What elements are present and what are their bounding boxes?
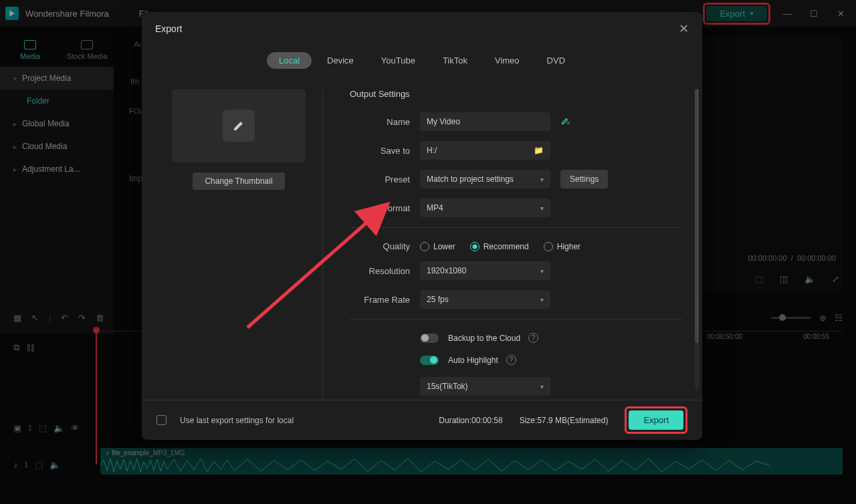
preset-select[interactable]: Match to project settings▾ <box>420 170 550 188</box>
quality-radio-group: Lower Recommend Higher <box>420 242 580 251</box>
autohighlight-label: Auto Highlight <box>448 356 498 365</box>
size-text: Size:57.9 MB(Estimated) <box>520 416 609 425</box>
radio-recommend[interactable]: Recommend <box>470 242 529 251</box>
tab-vimeo[interactable]: Vimeo <box>483 52 532 69</box>
row-quality: Quality Lower Recommend Higher <box>350 241 682 251</box>
radio-icon <box>470 242 479 251</box>
modal-body: Change Thumbnail Output Settings Name AI… <box>142 76 702 400</box>
label-name: Name <box>350 117 420 127</box>
radio-icon <box>420 242 429 251</box>
export-button[interactable]: Export <box>629 410 683 430</box>
label-framerate: Frame Rate <box>350 295 420 305</box>
label-preset: Preset <box>350 174 420 184</box>
saveto-field[interactable]: H:/📁 <box>420 141 550 160</box>
row-resolution: Resolution 1920x1080▾ <box>350 261 682 280</box>
row-preset: Preset Match to project settings▾ Settin… <box>350 170 682 188</box>
export-modal: Export ✕ Local Device YouTube TikTok Vim… <box>142 12 702 440</box>
settings-button[interactable]: Settings <box>560 170 608 188</box>
label-resolution: Resolution <box>350 266 420 276</box>
svg-text:AI: AI <box>567 121 570 125</box>
tab-local[interactable]: Local <box>267 52 312 69</box>
label-format: Format <box>350 203 420 213</box>
scrollbar[interactable] <box>695 89 699 390</box>
chevron-down-icon: ▾ <box>540 267 544 275</box>
thumbnail-preview[interactable] <box>172 89 306 162</box>
divider <box>350 227 682 228</box>
row-highlight-preset: 15s(TikTok)▾ <box>350 377 682 396</box>
ai-edit-icon[interactable]: AI <box>560 116 570 128</box>
format-select[interactable]: MP4▾ <box>420 199 550 217</box>
help-icon[interactable]: ? <box>506 355 516 365</box>
label-quality: Quality <box>350 241 420 251</box>
export-tabs: Local Device YouTube TikTok Vimeo DVD <box>142 45 702 76</box>
modal-title: Export <box>155 23 182 34</box>
backup-label: Backup to the Cloud <box>448 334 520 343</box>
resolution-select[interactable]: 1920x1080▾ <box>420 261 550 280</box>
pencil-icon <box>232 119 245 132</box>
use-last-label: Use last export settings for local <box>180 416 294 425</box>
row-autohighlight: Auto Highlight ? <box>350 355 682 365</box>
chevron-down-icon: ▾ <box>540 176 544 183</box>
folder-icon: 📁 <box>534 146 544 155</box>
tab-youtube[interactable]: YouTube <box>369 52 427 69</box>
highlight-preset-select[interactable]: 15s(TikTok)▾ <box>420 377 550 396</box>
row-saveto: Save to H:/📁 <box>350 141 682 160</box>
modal-footer: Use last export settings for local Durat… <box>142 400 702 440</box>
chevron-down-icon: ▾ <box>540 205 544 212</box>
row-backup: Backup to the Cloud ? <box>350 333 682 343</box>
thumbnail-placeholder <box>223 110 255 142</box>
row-name: Name AI <box>350 112 682 131</box>
modal-header: Export ✕ <box>142 12 702 45</box>
right-column: Output Settings Name AI Save to H:/📁 Pre… <box>322 89 682 400</box>
tab-device[interactable]: Device <box>315 52 366 69</box>
duration-text: Duration:00:00:58 <box>439 416 502 425</box>
change-thumbnail-button[interactable]: Change Thumbnail <box>193 172 284 190</box>
toggle-knob <box>421 334 429 342</box>
toggle-knob <box>430 356 437 364</box>
radio-lower[interactable]: Lower <box>420 242 455 251</box>
export-button-highlight: Export <box>625 406 687 434</box>
backup-toggle[interactable] <box>420 334 439 343</box>
radio-icon <box>544 242 553 251</box>
section-title: Output Settings <box>350 89 682 99</box>
scrollbar-thumb[interactable] <box>695 89 699 343</box>
radio-higher[interactable]: Higher <box>544 242 580 251</box>
chevron-down-icon: ▾ <box>540 296 544 303</box>
use-last-checkbox[interactable] <box>156 415 167 425</box>
divider <box>350 319 682 320</box>
label-saveto: Save to <box>350 146 420 156</box>
tab-tiktok[interactable]: TikTok <box>431 52 479 69</box>
tab-dvd[interactable]: DVD <box>535 52 577 69</box>
left-column: Change Thumbnail <box>162 89 316 400</box>
autohighlight-toggle[interactable] <box>420 356 439 365</box>
name-input[interactable] <box>420 112 550 131</box>
chevron-down-icon: ▾ <box>540 383 544 390</box>
framerate-select[interactable]: 25 fps▾ <box>420 290 550 309</box>
modal-close-button[interactable]: ✕ <box>679 21 689 36</box>
help-icon[interactable]: ? <box>528 333 538 343</box>
row-format: Format MP4▾ <box>350 199 682 217</box>
row-framerate: Frame Rate 25 fps▾ <box>350 290 682 309</box>
